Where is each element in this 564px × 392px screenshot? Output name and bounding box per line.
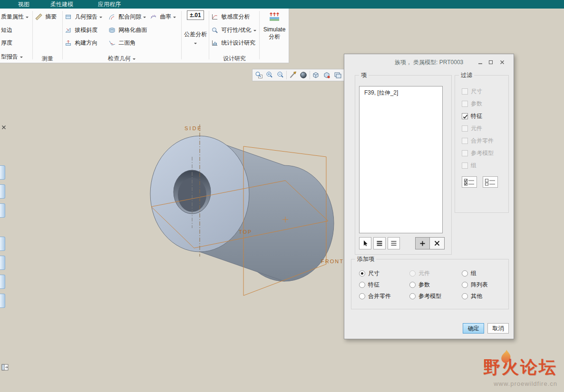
- navigator-toggle-icon[interactable]: [1, 363, 10, 373]
- check-all-button[interactable]: [462, 176, 477, 188]
- add-radio-ref-model[interactable]: 参考模型: [409, 293, 441, 300]
- feasibility-optimization-button[interactable]: 可行性/优化: [211, 25, 256, 35]
- geometry-report-button[interactable]: 几何报告: [65, 11, 102, 22]
- side-panel-tab[interactable]: [0, 203, 5, 218]
- maximize-icon[interactable]: [487, 59, 495, 66]
- build-direction-button[interactable]: 构建方向: [65, 38, 97, 48]
- appearance-icon[interactable]: [298, 70, 309, 80]
- list-view-button[interactable]: [388, 237, 400, 249]
- check-icon: [463, 114, 468, 119]
- summary-button[interactable]: 摘要: [35, 11, 57, 22]
- model-report-button[interactable]: 型报告: [1, 51, 23, 62]
- radio[interactable]: [359, 270, 365, 277]
- menu-tab-flexible-modeling[interactable]: 柔性建模: [48, 0, 76, 9]
- group-label-check-geometry[interactable]: 检查几何: [63, 54, 180, 63]
- radio[interactable]: [409, 270, 416, 277]
- display-style-icon[interactable]: [311, 70, 321, 80]
- list-item[interactable]: F39, [拉伸_2]: [360, 86, 442, 97]
- dropdown-arrow-icon: [99, 17, 102, 19]
- dropdown-arrow-icon: [143, 17, 146, 19]
- checkbox[interactable]: [462, 101, 468, 107]
- uncheck-all-button[interactable]: [483, 176, 498, 188]
- dropdown-arrow-icon: [253, 30, 256, 33]
- filter-checkbox-merge-part[interactable]: 合并零件: [462, 137, 494, 144]
- statistical-design-study-button[interactable]: 统计设计研究: [211, 38, 255, 48]
- checkbox[interactable]: [462, 88, 468, 95]
- mass-properties-button[interactable]: 质量属性: [1, 11, 29, 22]
- filter-checkbox-parameter[interactable]: 参数: [462, 100, 482, 107]
- radio[interactable]: [462, 282, 468, 288]
- datum-label-top: TOP: [239, 229, 252, 235]
- select-from-list-button[interactable]: [373, 237, 386, 249]
- zoom-region-icon[interactable]: [253, 70, 264, 80]
- zoom-out-icon[interactable]: [275, 70, 286, 80]
- side-panel-tab[interactable]: [0, 165, 5, 180]
- add-radio-other[interactable]: 其他: [462, 293, 482, 300]
- filter-checkbox-group[interactable]: 组: [462, 162, 476, 169]
- checkbox[interactable]: [462, 150, 468, 156]
- items-list[interactable]: F39, [拉伸_2]: [359, 86, 443, 233]
- thickness-button[interactable]: 厚度: [1, 38, 12, 48]
- sensitivity-analysis-button[interactable]: 敏感度分析: [211, 11, 250, 22]
- add-radio-feature[interactable]: 特征: [359, 281, 379, 288]
- filter-checkbox-feature[interactable]: 特征: [462, 113, 482, 120]
- radio[interactable]: [359, 282, 365, 288]
- remove-item-button[interactable]: [430, 238, 444, 249]
- view-manager-icon[interactable]: [332, 70, 343, 80]
- dense-list-icon: [376, 240, 383, 247]
- radio[interactable]: [462, 293, 468, 299]
- datum-label-front: FRONT: [321, 258, 344, 264]
- short-edge-button[interactable]: 短边: [1, 25, 12, 35]
- radio[interactable]: [359, 293, 365, 299]
- filter-checkbox-component[interactable]: 元件: [462, 125, 482, 132]
- filter-checkbox-dimension[interactable]: 尺寸: [462, 88, 482, 95]
- draft-angle-button[interactable]: 拔模斜度: [65, 25, 97, 35]
- watermark: 野火论坛 www.proewildfire.cn: [483, 356, 557, 387]
- minimize-icon[interactable]: [476, 59, 484, 66]
- cursor-arrow-icon: [362, 240, 369, 247]
- list-lines-icon: [390, 240, 397, 247]
- curvature-button[interactable]: 曲率: [150, 11, 176, 22]
- ribbon: 质量属性 短边 厚度 型报告 摘要 测量 几何报告 拔模斜度 构建方向 配合间隙…: [0, 9, 289, 63]
- checkbox[interactable]: [462, 138, 468, 144]
- ok-button[interactable]: 确定: [463, 323, 484, 334]
- side-panel-tab[interactable]: [0, 275, 5, 289]
- checkbox[interactable]: [462, 163, 468, 169]
- radio[interactable]: [409, 293, 416, 299]
- checkbox[interactable]: [462, 113, 468, 119]
- radio[interactable]: [462, 270, 468, 277]
- panel-close-icon[interactable]: [0, 124, 7, 132]
- close-icon[interactable]: [498, 59, 506, 66]
- select-items-button[interactable]: [359, 237, 371, 249]
- add-radio-parameter[interactable]: 参数: [409, 281, 430, 288]
- simulate-analysis-button[interactable]: Simulate 分析: [261, 10, 288, 41]
- model-3d: SIDE TOP FRONT: [128, 114, 347, 309]
- add-radio-component[interactable]: 元件: [409, 270, 430, 277]
- add-radio-group[interactable]: 组: [462, 270, 476, 277]
- add-item-button[interactable]: [416, 238, 430, 249]
- side-panel-tab[interactable]: [0, 184, 5, 199]
- delete-cross-icon: [434, 240, 440, 246]
- side-panel-tab[interactable]: [0, 256, 5, 270]
- mate-clearance-button[interactable]: 配合间隙: [108, 11, 146, 22]
- mesh-surface-button[interactable]: 网格化曲面: [108, 25, 147, 35]
- menu-tab-applications[interactable]: 应用程序: [95, 0, 124, 9]
- tolerance-analysis-button[interactable]: ±.01 公差分析: [183, 10, 208, 46]
- add-radio-merge-part[interactable]: 合并零件: [359, 293, 391, 300]
- filter-checkbox-ref-model[interactable]: 参考模型: [462, 150, 494, 157]
- sensitivity-analysis-icon: [211, 13, 218, 20]
- dialog-titlebar[interactable]: 族项， 类属模型: PRT0003: [344, 54, 514, 70]
- side-panel-tab[interactable]: [0, 237, 5, 251]
- group-label-design-study: 设计研究: [210, 54, 259, 63]
- side-panel-tab[interactable]: [0, 294, 5, 308]
- checkbox[interactable]: [462, 125, 468, 132]
- saved-views-icon[interactable]: [321, 70, 332, 80]
- zoom-in-icon[interactable]: [264, 70, 275, 80]
- repaint-icon[interactable]: [287, 70, 298, 80]
- dihedral-angle-button[interactable]: 二面角: [108, 38, 136, 48]
- add-radio-pattern-table[interactable]: 阵列表: [462, 281, 488, 288]
- menu-tab-view[interactable]: 视图: [15, 0, 32, 9]
- cancel-button[interactable]: 取消: [487, 323, 509, 334]
- radio[interactable]: [409, 282, 416, 288]
- add-radio-dimension[interactable]: 尺寸: [359, 270, 379, 277]
